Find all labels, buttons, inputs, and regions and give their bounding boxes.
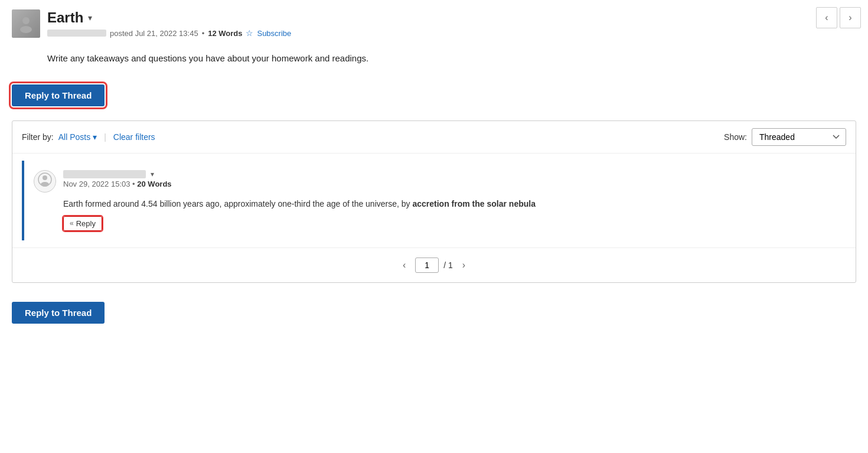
page-total: / 1: [443, 260, 453, 270]
next-nav-button[interactable]: ›: [840, 7, 861, 28]
table-row: ▾ Nov 29, 2022 15:03 • 20 Words Earth fo…: [22, 161, 846, 240]
clear-filters-link[interactable]: Clear filters: [113, 132, 155, 142]
post-avatar: [34, 170, 56, 193]
svg-point-0: [22, 17, 30, 24]
thread-body-text: Write any takeaways and questions you ha…: [47, 52, 856, 66]
reply-to-thread-button-bottom[interactable]: Reply to Thread: [12, 302, 105, 324]
subscribe-star-icon: ☆: [246, 28, 253, 38]
filter-bar: Filter by: All Posts ▾ | Clear filters S…: [12, 121, 856, 154]
avatar: [12, 9, 40, 38]
svg-point-4: [41, 182, 49, 187]
post-author-caret-icon[interactable]: ▾: [151, 170, 154, 178]
post-avatar-icon: [38, 172, 52, 190]
page-wrapper: ‹ › Earth ▾ posted Jul 21, 2022 13:45 •: [0, 0, 868, 333]
post-list: ▾ Nov 29, 2022 15:03 • 20 Words Earth fo…: [12, 161, 856, 240]
reply-label: Reply: [76, 219, 96, 228]
thread-title: Earth: [47, 9, 83, 26]
all-posts-caret-icon: ▾: [93, 132, 97, 142]
post-header: ▾ Nov 29, 2022 15:03 • 20 Words: [34, 170, 837, 193]
avatar-image: [12, 9, 40, 38]
thread-bullet: •: [202, 29, 205, 38]
all-posts-dropdown-button[interactable]: All Posts ▾: [58, 132, 97, 142]
post-meta-area: ▾ Nov 29, 2022 15:03 • 20 Words: [63, 170, 837, 188]
post-author-blurred: [63, 170, 146, 178]
svg-point-1: [20, 26, 32, 33]
reply-button[interactable]: « Reply: [63, 216, 102, 231]
post-content-before-bold: Earth formed around 4.54 billion years a…: [63, 199, 412, 208]
thread-title-area: Earth ▾ posted Jul 21, 2022 13:45 • 12 W…: [47, 9, 856, 38]
clear-filters-label: Clear filters: [113, 132, 155, 142]
all-posts-label: All Posts: [58, 132, 90, 142]
show-select[interactable]: Threaded Unthreaded Collapsed: [752, 128, 846, 146]
filter-section: Filter by: All Posts ▾ | Clear filters S…: [12, 120, 856, 283]
filter-divider: |: [104, 132, 106, 142]
thread-title-dropdown-icon[interactable]: ▾: [88, 13, 92, 22]
thread-header: Earth ▾ posted Jul 21, 2022 13:45 • 12 W…: [12, 9, 856, 38]
reply-to-thread-button-top[interactable]: Reply to Thread: [12, 84, 105, 106]
nav-arrows: ‹ ›: [816, 7, 861, 28]
reply-arrows-icon: «: [70, 219, 74, 227]
post-content-bold: accretion from the solar nebula: [412, 199, 536, 208]
thread-title-row: Earth ▾: [47, 9, 856, 26]
subscribe-label: Subscribe: [257, 29, 291, 38]
svg-point-3: [43, 175, 47, 180]
filter-right: Show: Threaded Unthreaded Collapsed: [724, 128, 846, 146]
post-date: Nov 29, 2022 15:03: [63, 180, 130, 188]
post-author-row: ▾: [63, 170, 837, 178]
pagination-prev-button[interactable]: ‹: [398, 258, 410, 273]
post-word-count: 20 Words: [137, 180, 171, 188]
thread-author-blurred: [47, 30, 106, 37]
pagination-row: ‹ / 1 ›: [12, 247, 856, 282]
total-pages: 1: [448, 260, 453, 270]
thread-word-count: 12 Words: [208, 29, 242, 38]
page-number-input[interactable]: [415, 258, 439, 273]
pagination-next-button[interactable]: ›: [458, 258, 470, 273]
post-content: Earth formed around 4.54 billion years a…: [63, 197, 837, 210]
post-timestamp: Nov 29, 2022 15:03 • 20 Words: [63, 180, 837, 188]
thread-body: Write any takeaways and questions you ha…: [47, 52, 856, 66]
thread-posted-label: posted Jul 21, 2022 13:45: [110, 29, 198, 38]
subscribe-link[interactable]: Subscribe: [257, 29, 291, 38]
filter-by-label: Filter by:: [22, 132, 54, 142]
prev-nav-button[interactable]: ‹: [816, 7, 837, 28]
show-label: Show:: [724, 132, 747, 142]
thread-meta: posted Jul 21, 2022 13:45 • 12 Words ☆ S…: [47, 28, 856, 38]
